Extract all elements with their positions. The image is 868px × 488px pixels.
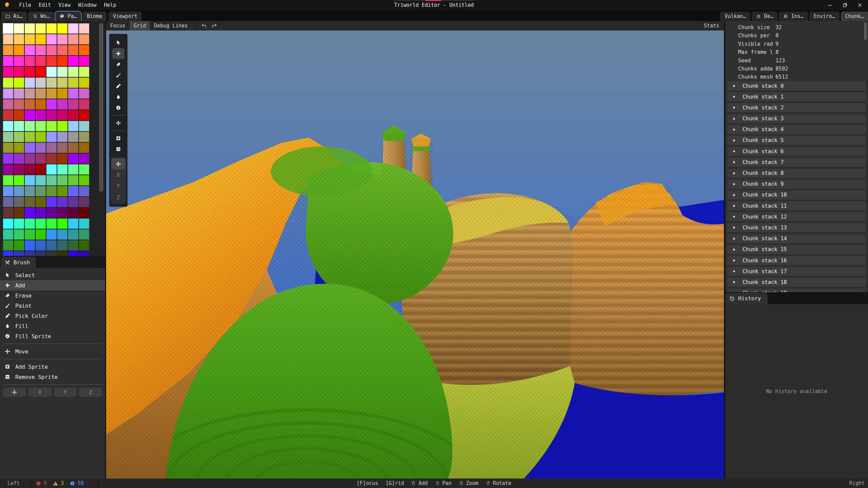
palette-swatch[interactable] [46,175,57,185]
palette-swatch[interactable] [36,175,46,185]
palette-swatch[interactable] [36,23,46,34]
brush-item-move[interactable]: Move [0,346,105,357]
palette-swatch[interactable] [68,34,78,44]
palette-swatch[interactable] [79,45,89,55]
palette-swatch[interactable] [25,67,35,77]
palette-swatch[interactable] [14,208,24,218]
palette-swatch[interactable] [68,197,78,207]
palette-swatch[interactable] [57,197,67,207]
palette-swatch[interactable] [68,110,78,120]
palette-swatch[interactable] [68,175,78,185]
palette-swatch[interactable] [68,154,78,164]
close-button[interactable] [856,2,863,8]
tab-chunk[interactable]: Chunk… [841,12,868,21]
palette-swatch[interactable] [68,240,78,250]
palette-swatch[interactable] [36,164,46,175]
palette-scrollbar-thumb[interactable] [99,23,103,192]
palette-swatch[interactable] [3,219,13,229]
palette-swatch[interactable] [79,34,89,44]
palette-swatch[interactable] [3,67,13,77]
palette-swatch[interactable] [57,175,67,185]
palette-swatch[interactable] [79,229,89,240]
palette-swatch[interactable] [36,208,46,218]
palette-swatch[interactable] [79,99,89,109]
palette-swatch[interactable] [57,186,67,196]
palette-swatch[interactable] [36,219,46,229]
menu-edit[interactable]: Edit [35,2,55,8]
chunk-stack-row[interactable]: Chunk stack 5 [727,136,866,145]
palette-swatch[interactable] [57,132,67,142]
palette-swatch[interactable] [68,67,78,77]
palette-swatch[interactable] [3,45,13,55]
palette-swatch[interactable] [79,251,89,256]
palette-swatch[interactable] [3,88,13,99]
palette-swatch[interactable] [79,78,89,88]
palette-swatch[interactable] [46,251,57,256]
palette-swatch[interactable] [46,34,57,44]
palette-swatch[interactable] [3,175,13,185]
palette-swatch[interactable] [46,197,57,207]
palette-swatch[interactable] [57,45,67,55]
palette-swatch[interactable] [36,56,46,66]
palette-swatch[interactable] [25,23,35,34]
palette-swatch[interactable] [25,45,35,55]
chunk-stack-row[interactable]: Chunk stack 14 [727,234,866,243]
chunk-stack-row[interactable]: Chunk stack 17 [727,267,866,276]
palette-swatch[interactable] [46,99,57,109]
palette-swatch[interactable] [3,197,13,207]
palette-swatch[interactable] [57,67,67,77]
tab-enviro[interactable]: Enviro… [809,12,840,21]
palette-swatch[interactable] [46,186,57,196]
palette-swatch[interactable] [3,164,13,175]
palette-swatch[interactable] [36,143,46,153]
brush-item-fill[interactable]: Fill [0,321,105,331]
palette-swatch[interactable] [25,99,35,109]
menu-window[interactable]: Window [74,2,100,8]
palette-swatch[interactable] [46,154,57,164]
palette-swatch[interactable] [46,143,57,153]
tab-de[interactable]: De… [752,12,777,21]
rail-tool-add-sprite[interactable] [112,133,124,144]
palette-swatch[interactable] [25,110,35,120]
palette-swatch[interactable] [3,208,13,218]
palette-swatch[interactable] [57,240,67,250]
palette-swatch[interactable] [3,23,13,34]
palette-swatch[interactable] [79,121,89,131]
palette-swatch[interactable] [57,229,67,240]
palette-swatch[interactable] [68,219,78,229]
palette-swatch[interactable] [3,110,13,120]
palette-swatch[interactable] [14,132,24,142]
palette-swatch[interactable] [46,240,57,250]
palette-swatch[interactable] [46,164,57,175]
chunk-stack-row[interactable]: Chunk stack 12 [727,212,866,221]
palette-swatch[interactable] [68,121,78,131]
palette-swatch[interactable] [25,88,35,99]
palette-swatch[interactable] [3,121,13,131]
brush-item-pick-color[interactable]: Pick Color [0,311,105,321]
palette-swatch[interactable] [79,154,89,164]
axis-button-z[interactable]: Z [79,388,102,397]
palette-swatch[interactable] [25,240,35,250]
palette-swatch[interactable] [36,229,46,240]
palette-swatch[interactable] [36,197,46,207]
brush-item-paint[interactable]: Paint [0,301,105,311]
palette-swatch[interactable] [68,208,78,218]
palette-swatch[interactable] [25,143,35,153]
rail-axis-x[interactable]: X [112,169,125,181]
palette-swatch[interactable] [79,197,89,207]
palette-swatch[interactable] [79,175,89,185]
palette-swatch[interactable] [68,164,78,175]
rail-tool-pick-color[interactable] [112,81,124,92]
palette-swatch[interactable] [46,229,57,240]
palette-swatch[interactable] [25,56,35,66]
palette-swatch[interactable] [14,78,24,88]
palette-swatch[interactable] [79,219,89,229]
palette-swatch[interactable] [3,34,13,44]
rail-tool-fill[interactable] [112,92,124,102]
palette-swatch[interactable] [25,132,35,142]
palette-swatch[interactable] [57,88,67,99]
palette-swatch[interactable] [68,186,78,196]
palette-swatch[interactable] [3,56,13,66]
palette-swatch[interactable] [14,197,24,207]
chunk-stack-row[interactable]: Chunk stack 1 [727,92,866,101]
